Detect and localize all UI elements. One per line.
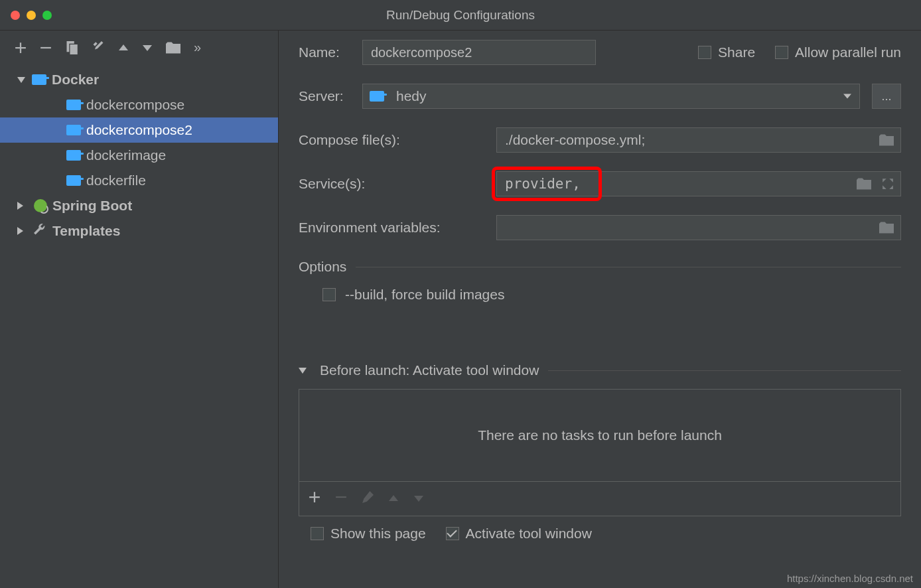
- compose-value: ./docker-compose.yml;: [505, 132, 645, 148]
- checkbox-icon: [775, 46, 788, 59]
- build-option-checkbox[interactable]: --build, force build images: [299, 287, 901, 303]
- tree-node-dockerfile[interactable]: dockerfile: [0, 168, 278, 193]
- remove-task-icon: [335, 491, 347, 506]
- tree-label: dockerimage: [86, 147, 166, 163]
- before-launch-label: Before launch: Activate tool window: [320, 362, 539, 378]
- show-page-label: Show this page: [330, 526, 426, 542]
- titlebar: Run/Debug Configurations: [0, 0, 921, 31]
- window-title: Run/Debug Configurations: [0, 8, 921, 23]
- folder-icon[interactable]: [166, 42, 180, 54]
- watermark: https://xinchen.blog.csdn.net: [787, 573, 913, 584]
- checkbox-icon: [698, 46, 711, 59]
- svg-rect-0: [40, 46, 51, 48]
- share-label: Share: [718, 44, 755, 60]
- move-task-down-icon: [413, 492, 424, 506]
- docker-icon: [370, 91, 384, 102]
- options-section: Options: [299, 259, 901, 275]
- services-label: Service(s):: [299, 176, 484, 192]
- server-value: hedy: [396, 88, 427, 104]
- edit-defaults-icon[interactable]: [92, 41, 105, 54]
- tree-node-springboot[interactable]: Spring Boot: [0, 193, 278, 218]
- docker-icon: [66, 175, 81, 186]
- folder-icon[interactable]: [879, 134, 894, 146]
- activate-tool-checkbox[interactable]: Activate tool window: [446, 526, 592, 542]
- sidebar-toolbar: »: [0, 40, 278, 63]
- move-down-icon[interactable]: [142, 44, 153, 52]
- server-select[interactable]: hedy: [362, 84, 860, 109]
- parallel-label: Allow parallel run: [795, 44, 901, 60]
- expand-triangle-icon[interactable]: [17, 77, 25, 83]
- server-browse-button[interactable]: ...: [872, 84, 901, 109]
- services-value: provider,: [505, 176, 581, 192]
- svg-rect-1: [336, 496, 346, 498]
- window-controls: [11, 11, 52, 20]
- options-label: Options: [299, 259, 346, 275]
- env-label: Environment variables:: [299, 220, 484, 236]
- add-icon[interactable]: [15, 42, 27, 54]
- parallel-checkbox[interactable]: Allow parallel run: [775, 44, 901, 60]
- compose-label: Compose file(s):: [299, 132, 484, 148]
- docker-icon: [32, 74, 46, 85]
- checkbox-checked-icon: [446, 527, 459, 540]
- configurations-tree: Docker dockercompose dockercompose2 dock…: [0, 63, 278, 244]
- checkbox-icon: [311, 527, 324, 540]
- tree-label: Spring Boot: [52, 198, 132, 214]
- tree-label: Docker: [52, 72, 99, 88]
- tree-node-dockercompose[interactable]: dockercompose: [0, 92, 278, 117]
- expand-triangle-icon[interactable]: [17, 202, 27, 210]
- move-up-icon[interactable]: [118, 44, 129, 52]
- services-input[interactable]: provider,: [496, 171, 901, 196]
- docker-icon: [66, 100, 81, 110]
- minimize-window-icon[interactable]: [27, 11, 36, 20]
- add-task-icon[interactable]: [309, 491, 320, 506]
- expand-triangle-icon: [299, 368, 307, 374]
- remove-icon[interactable]: [40, 42, 52, 54]
- edit-task-icon: [362, 491, 374, 506]
- separator-line: [356, 267, 901, 267]
- name-label: Name:: [299, 44, 350, 60]
- chevron-down-icon: [843, 94, 851, 99]
- tree-node-templates[interactable]: Templates: [0, 218, 278, 244]
- no-tasks-label: There are no tasks to run before launch: [478, 427, 722, 443]
- env-input[interactable]: [496, 215, 901, 240]
- before-launch-section[interactable]: Before launch: Activate tool window: [299, 362, 901, 378]
- name-input[interactable]: [362, 40, 596, 65]
- docker-icon: [66, 125, 81, 135]
- share-checkbox[interactable]: Share: [698, 44, 755, 60]
- tasks-toolbar: [299, 482, 901, 516]
- tree-label: dockercompose: [86, 97, 184, 113]
- tree-node-docker[interactable]: Docker: [0, 67, 278, 92]
- checkbox-icon: [322, 288, 336, 301]
- tree-label: Templates: [52, 223, 120, 239]
- tree-label: dockercompose2: [86, 122, 192, 138]
- separator-line: [548, 370, 901, 371]
- configuration-form: Name: Share Allow parallel run Server: h…: [279, 31, 921, 588]
- folder-icon[interactable]: [857, 178, 871, 190]
- server-label: Server:: [299, 88, 350, 104]
- tree-label: dockerfile: [86, 173, 146, 188]
- expand-icon[interactable]: »: [194, 40, 201, 55]
- tree-node-dockerimage[interactable]: dockerimage: [0, 143, 278, 168]
- move-task-up-icon: [388, 492, 399, 506]
- build-option-label: --build, force build images: [345, 287, 504, 303]
- expand-triangle-icon[interactable]: [17, 227, 27, 235]
- activate-tool-label: Activate tool window: [466, 526, 592, 542]
- tree-node-dockercompose2[interactable]: dockercompose2: [0, 117, 278, 143]
- close-window-icon[interactable]: [11, 11, 20, 20]
- docker-icon: [66, 150, 81, 161]
- compose-file-input[interactable]: ./docker-compose.yml;: [496, 127, 901, 153]
- show-page-checkbox[interactable]: Show this page: [311, 526, 426, 542]
- configurations-sidebar: » Docker dockercompose dockercompose2 do…: [0, 31, 279, 588]
- tasks-list: There are no tasks to run before launch: [299, 389, 901, 482]
- folder-icon[interactable]: [879, 222, 894, 234]
- spring-icon: [34, 199, 47, 212]
- expand-icon[interactable]: [882, 178, 894, 190]
- zoom-window-icon[interactable]: [42, 11, 52, 20]
- wrench-icon: [34, 223, 47, 240]
- copy-icon[interactable]: [65, 41, 78, 54]
